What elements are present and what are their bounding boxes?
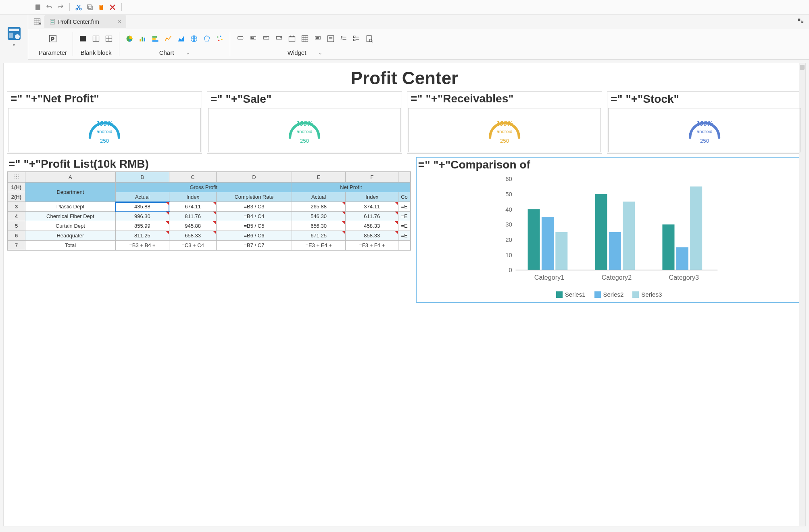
cell[interactable]: =E bbox=[398, 231, 411, 241]
widget-dropdown-toggle-icon[interactable]: ⌄ bbox=[318, 50, 322, 56]
row-header[interactable]: 2(H) bbox=[8, 192, 25, 202]
logo-dropdown-icon[interactable]: ▾ bbox=[6, 43, 22, 49]
tab-close-icon[interactable]: × bbox=[118, 18, 121, 25]
cell[interactable]: Headquater bbox=[25, 231, 116, 241]
cell[interactable]: Total bbox=[25, 241, 116, 250]
cell[interactable]: 546.30 bbox=[292, 212, 345, 221]
globe-icon[interactable] bbox=[190, 34, 198, 43]
radar-icon[interactable] bbox=[202, 34, 211, 43]
col-header[interactable]: C bbox=[169, 172, 217, 183]
kpi-box[interactable]: =" "+"Receivables" 100% android 250 bbox=[407, 91, 602, 154]
paste-icon[interactable] bbox=[96, 2, 106, 12]
cell[interactable]: =B7 / C7 bbox=[216, 241, 292, 250]
spreadsheet[interactable]: ABCDEF1(H) Department Gross Profit Net P… bbox=[7, 171, 411, 251]
panel-toggle-icon[interactable] bbox=[797, 18, 804, 26]
row-header[interactable]: 3 bbox=[8, 202, 25, 212]
cell[interactable]: 265.88 bbox=[292, 202, 345, 212]
cell[interactable]: 374.11 bbox=[346, 202, 398, 212]
cell[interactable]: Index bbox=[346, 192, 398, 202]
cell[interactable]: Co bbox=[398, 192, 411, 202]
widget-number-icon[interactable]: 123 bbox=[313, 34, 322, 43]
parameter-icon[interactable]: P bbox=[48, 34, 57, 43]
kpi-box[interactable]: =" "+"Stock" 100% android 250 bbox=[607, 91, 802, 154]
cell[interactable]: Index bbox=[169, 192, 217, 202]
block-grid-icon[interactable] bbox=[104, 34, 113, 43]
cell[interactable]: Net Profit bbox=[292, 183, 410, 192]
widget-calendar-icon[interactable] bbox=[288, 34, 296, 43]
cell[interactable]: 435.88 bbox=[115, 202, 169, 212]
widget-label-icon[interactable]: lab bbox=[249, 34, 258, 43]
undo-icon[interactable] bbox=[44, 2, 54, 12]
hbar-chart-icon[interactable] bbox=[151, 34, 160, 43]
widget-text-icon[interactable] bbox=[262, 34, 271, 43]
cell[interactable]: 858.33 bbox=[346, 231, 398, 241]
design-canvas[interactable]: Profit Center =" "+"Net Profit" 100% and… bbox=[3, 63, 806, 526]
delete-icon[interactable] bbox=[108, 2, 117, 12]
file-tab[interactable]: Profit Center.frm × bbox=[44, 15, 126, 28]
cell[interactable]: 811.25 bbox=[115, 231, 169, 241]
cell[interactable]: =B5 / C5 bbox=[216, 221, 292, 231]
row-header[interactable]: 6 bbox=[8, 231, 25, 241]
cell[interactable]: 458.33 bbox=[346, 221, 398, 231]
row-header[interactable]: 7 bbox=[8, 241, 25, 250]
widget-grid-icon[interactable] bbox=[300, 34, 309, 43]
cell[interactable]: 945.88 bbox=[169, 221, 217, 231]
widget-preview-icon[interactable] bbox=[365, 34, 374, 43]
cell[interactable]: 855.99 bbox=[115, 221, 169, 231]
row-header[interactable]: 4 bbox=[8, 212, 25, 221]
comparison-chart-block[interactable]: =" "+"Comparison of 0102030405060Categor… bbox=[416, 157, 802, 303]
area-chart-icon[interactable] bbox=[177, 34, 186, 43]
redo-icon[interactable] bbox=[56, 2, 65, 12]
widget-list-icon[interactable] bbox=[326, 34, 335, 43]
widget-radio-icon[interactable] bbox=[352, 34, 361, 43]
cut-icon[interactable] bbox=[74, 2, 83, 12]
save-icon[interactable] bbox=[33, 2, 43, 12]
cell[interactable]: =E bbox=[398, 212, 411, 221]
cell[interactable]: 671.25 bbox=[292, 231, 345, 241]
cell[interactable]: =B4 / C4 bbox=[216, 212, 292, 221]
col-header[interactable]: F bbox=[346, 172, 398, 183]
block-split-icon[interactable] bbox=[92, 34, 100, 43]
col-header[interactable]: D bbox=[216, 172, 292, 183]
cell[interactable]: Actual bbox=[292, 192, 345, 202]
cell[interactable]: 611.76 bbox=[346, 212, 398, 221]
cell[interactable]: =F3 + F4 + bbox=[346, 241, 398, 250]
row-header[interactable]: 1(H) bbox=[8, 183, 25, 192]
cell[interactable]: Plastic Dept bbox=[25, 202, 116, 212]
cell[interactable]: Chemical Fiber Dept bbox=[25, 212, 116, 221]
cell[interactable] bbox=[398, 241, 411, 250]
kpi-box[interactable]: =" "+"Sale" 100% android 250 bbox=[207, 91, 402, 154]
bar-chart-icon[interactable] bbox=[138, 34, 147, 43]
cell[interactable]: 996.30 bbox=[115, 212, 169, 221]
cell[interactable]: =E bbox=[398, 221, 411, 231]
widget-button-icon[interactable] bbox=[236, 34, 245, 43]
widget-checkbox-icon[interactable] bbox=[339, 34, 348, 43]
widget-dropdown-icon[interactable] bbox=[275, 34, 284, 43]
col-header[interactable]: E bbox=[292, 172, 345, 183]
cell[interactable]: 811.76 bbox=[169, 212, 217, 221]
scatter-icon[interactable] bbox=[215, 34, 224, 43]
cell[interactable]: =B6 / C6 bbox=[216, 231, 292, 241]
row-header[interactable]: 5 bbox=[8, 221, 25, 231]
cell[interactable]: Curtain Dept bbox=[25, 221, 116, 231]
col-header[interactable]: B bbox=[115, 172, 169, 183]
block-solid-icon[interactable] bbox=[79, 34, 88, 43]
cell[interactable]: 656.30 bbox=[292, 221, 345, 231]
pie-chart-icon[interactable] bbox=[125, 34, 134, 43]
kpi-box[interactable]: =" "+"Net Profit" 100% android 250 bbox=[7, 91, 202, 154]
cell[interactable]: Department bbox=[25, 183, 116, 202]
cell[interactable]: Gross Profit bbox=[115, 183, 292, 192]
cell[interactable]: =E3 + E4 + bbox=[292, 241, 345, 250]
cell[interactable]: =C3 + C4 bbox=[169, 241, 217, 250]
line-chart-icon[interactable] bbox=[164, 34, 173, 43]
cell[interactable]: 674.11 bbox=[169, 202, 217, 212]
cell[interactable]: =B3 + B4 + bbox=[115, 241, 169, 250]
col-header[interactable]: A bbox=[25, 172, 116, 183]
chart-dropdown-icon[interactable]: ⌄ bbox=[186, 50, 190, 56]
cell[interactable]: =B3 / C3 bbox=[216, 202, 292, 212]
copy-icon[interactable] bbox=[85, 2, 95, 12]
new-grid-icon[interactable]: + bbox=[31, 16, 43, 27]
cell[interactable]: 658.33 bbox=[169, 231, 217, 241]
cell[interactable]: =E bbox=[398, 202, 411, 212]
cell[interactable]: Completion Rate bbox=[216, 192, 292, 202]
